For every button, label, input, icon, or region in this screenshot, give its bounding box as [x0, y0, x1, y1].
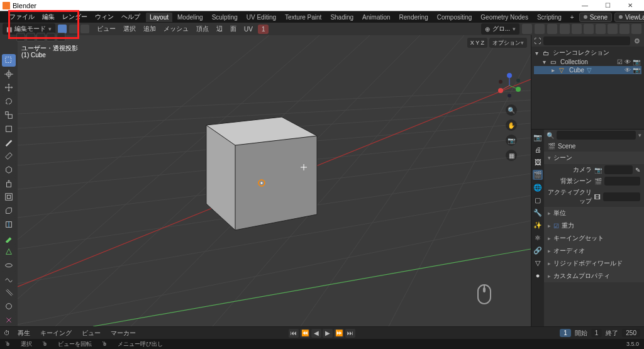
- field-camera[interactable]: カメラ📷✎: [544, 164, 644, 175]
- transform-orientation[interactable]: ⊕グロ...▾: [481, 23, 519, 35]
- prev-key-button[interactable]: ⏪: [300, 329, 310, 338]
- pivot-button[interactable]: [522, 24, 532, 34]
- workspace-tab-geonodes[interactable]: Geometry Nodes: [477, 13, 532, 22]
- viewport-menu-face[interactable]: 面: [228, 23, 239, 35]
- viewport-menu-uv[interactable]: UV: [242, 25, 255, 34]
- workspace-add[interactable]: +: [567, 13, 578, 22]
- play-reverse-button[interactable]: ◀: [311, 329, 321, 338]
- next-key-button[interactable]: ⏩: [334, 329, 344, 338]
- tab-data[interactable]: ▽: [533, 258, 543, 268]
- outliner-type-icon[interactable]: ⛶: [534, 37, 541, 45]
- properties-search[interactable]: [557, 131, 636, 140]
- workspace-tab-shading[interactable]: Shading: [326, 13, 357, 22]
- tool-polybuild[interactable]: [2, 246, 16, 258]
- tool-edgeslide[interactable]: [2, 287, 16, 299]
- tab-modifiers[interactable]: 🔧: [533, 208, 543, 218]
- panel-keyingsets[interactable]: ▸キーイングセット: [544, 232, 644, 245]
- tool-loopcut[interactable]: [2, 218, 16, 231]
- zoom-icon[interactable]: 🔍: [506, 104, 517, 116]
- play-button[interactable]: ▶: [323, 329, 333, 338]
- panel-scene-header[interactable]: ▾シーン: [544, 152, 644, 164]
- viewlayer-selector[interactable]: ViewLayer: [614, 13, 644, 22]
- tool-scale[interactable]: [2, 109, 16, 121]
- tool-knife[interactable]: [2, 232, 16, 245]
- maximize-button[interactable]: ☐: [596, 1, 619, 11]
- xray-button[interactable]: [584, 24, 594, 34]
- select-mode-btn-2[interactable]: [26, 33, 35, 42]
- start-frame-field[interactable]: 1: [591, 329, 602, 337]
- timeline-menu-view[interactable]: ビュー: [79, 329, 103, 338]
- tab-particles[interactable]: ✨: [533, 220, 543, 230]
- tab-object[interactable]: ▢: [533, 195, 543, 205]
- menu-help[interactable]: ヘルプ: [118, 11, 143, 23]
- tool-inset[interactable]: [2, 191, 16, 204]
- proportional-edit-button[interactable]: [547, 24, 557, 34]
- tool-transform[interactable]: [2, 123, 16, 135]
- show-overlay-button[interactable]: [572, 24, 582, 34]
- perspective-icon[interactable]: ▦: [506, 150, 517, 161]
- tab-constraints[interactable]: 🔗: [533, 245, 543, 255]
- tab-viewlayer[interactable]: 🖼: [533, 157, 543, 167]
- workspace-tab-layout[interactable]: Layout: [146, 13, 172, 22]
- outliner-collection[interactable]: ▾▭Collection ☑👁📷: [534, 58, 641, 66]
- camera-icon[interactable]: 📷: [506, 135, 517, 146]
- viewport-menu-select[interactable]: 選択: [121, 23, 138, 35]
- viewport-menu-add[interactable]: 追加: [141, 23, 158, 35]
- timeline-menu-keying[interactable]: キーイング: [38, 329, 74, 338]
- workspace-tab-sculpting[interactable]: Sculpting: [208, 13, 242, 22]
- scene-selector[interactable]: Scene: [579, 13, 612, 22]
- tool-select-box[interactable]: [2, 54, 16, 67]
- snap-button[interactable]: [535, 24, 545, 34]
- 3d-viewport[interactable]: ユーザー・透視投影 (1) Cube X Y Z オプション ▾: [18, 35, 531, 326]
- orbit-gizmo[interactable]: [497, 73, 522, 98]
- tool-add-cube[interactable]: [2, 163, 16, 176]
- field-bgscene[interactable]: 背景シーン🎬: [544, 175, 644, 187]
- select-mode-btn-5[interactable]: [57, 33, 65, 42]
- mesh-select-mode-indicator[interactable]: 1: [258, 25, 269, 34]
- workspace-tab-rendering[interactable]: Rendering: [396, 13, 432, 22]
- menu-edit[interactable]: 編集: [39, 11, 58, 23]
- panel-units[interactable]: ▸単位: [544, 207, 644, 219]
- tool-measure[interactable]: [2, 150, 16, 162]
- tool-extrude[interactable]: [2, 177, 16, 190]
- viewport-menu-mesh[interactable]: メッシュ: [161, 23, 191, 35]
- tab-material[interactable]: ●: [533, 270, 543, 280]
- tool-annotate[interactable]: [2, 136, 16, 149]
- tool-cursor[interactable]: [2, 68, 16, 80]
- outliner-filter-icon[interactable]: ⚙: [633, 36, 641, 45]
- tool-bevel[interactable]: [2, 204, 16, 217]
- menu-file[interactable]: ファイル: [6, 11, 38, 23]
- shading-rendered-button[interactable]: [631, 24, 641, 34]
- minimize-button[interactable]: —: [574, 1, 596, 11]
- current-frame-field[interactable]: 1: [560, 329, 571, 337]
- tab-physics[interactable]: ⚛: [533, 233, 543, 243]
- jump-end-button[interactable]: ⏭: [345, 329, 355, 338]
- viewport-menu-edge[interactable]: 辺: [214, 23, 225, 35]
- panel-rigidbody[interactable]: ▸リジッドボディワールド: [544, 257, 644, 270]
- menu-render[interactable]: レンダー: [59, 11, 91, 23]
- viewport-menu-vertex[interactable]: 頂点: [194, 23, 211, 35]
- panel-gravity[interactable]: ▸☑重力: [544, 219, 644, 232]
- edge-select-mode[interactable]: [69, 25, 78, 33]
- options-dropdown[interactable]: オプション ▾: [489, 38, 527, 48]
- workspace-tab-animation[interactable]: Animation: [358, 13, 394, 22]
- axis-lock-buttons[interactable]: X Y Z: [467, 38, 487, 48]
- tab-scene[interactable]: 🎬: [533, 170, 543, 180]
- outliner-cube[interactable]: ▸▽Cube ▽ 👁📷: [534, 66, 641, 74]
- workspace-tab-modeling[interactable]: Modeling: [174, 13, 207, 22]
- tool-shrink[interactable]: [2, 301, 16, 313]
- select-mode-btn-1[interactable]: [16, 33, 25, 42]
- close-window-button[interactable]: ✕: [619, 1, 641, 11]
- jump-start-button[interactable]: ⏮: [289, 329, 299, 338]
- menu-window[interactable]: ウィン: [92, 11, 117, 23]
- tab-render[interactable]: 📷: [533, 132, 543, 142]
- timeline-menu-playback[interactable]: 再生: [15, 329, 33, 338]
- panel-audio[interactable]: ▸オーディオ: [544, 245, 644, 257]
- workspace-tab-scripting[interactable]: Scripting: [533, 13, 565, 22]
- outliner-scene-collection[interactable]: ▾🗀シーンコレクション: [534, 48, 641, 58]
- workspace-tab-texturepaint[interactable]: Texture Paint: [281, 13, 325, 22]
- shading-material-button[interactable]: [619, 24, 630, 34]
- select-mode-btn-3[interactable]: [36, 33, 45, 42]
- outliner-search[interactable]: [543, 36, 630, 45]
- timeline-menu-marker[interactable]: マーカー: [108, 329, 138, 338]
